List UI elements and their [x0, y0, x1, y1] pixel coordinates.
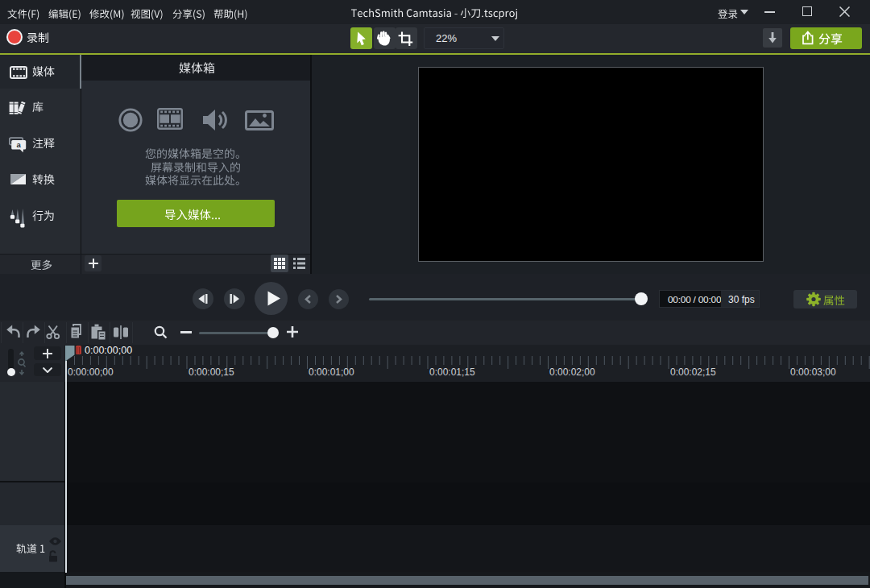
svg-text:a: a — [17, 140, 22, 149]
